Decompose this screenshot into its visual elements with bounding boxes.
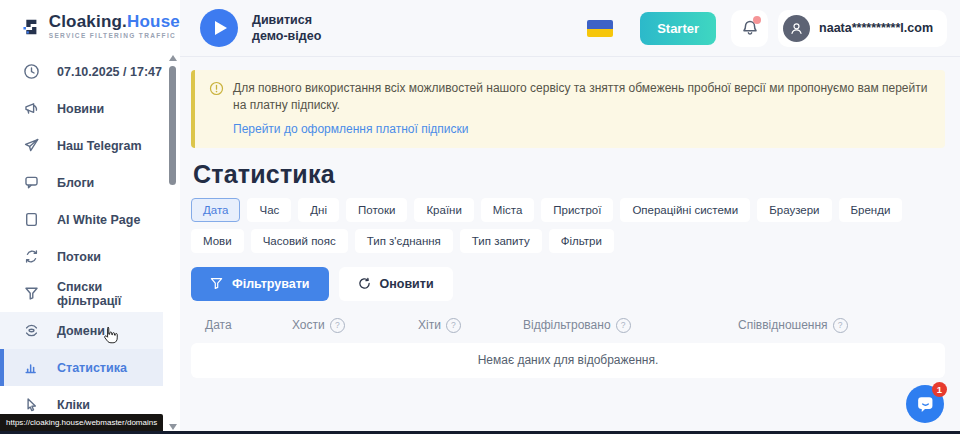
sidebar-item-label: Статистика xyxy=(57,361,127,375)
trial-warning-banner: Для повного використання всіх можливосте… xyxy=(191,70,945,148)
arrows-cycle-icon xyxy=(23,248,40,265)
help-icon[interactable]: ? xyxy=(446,318,461,333)
page-title: Статистика xyxy=(193,160,945,189)
avatar xyxy=(783,15,810,42)
tab-flows[interactable]: Потоки xyxy=(346,198,407,222)
user-account-chip[interactable]: naata**********l.com xyxy=(778,10,947,47)
sidebar: Cloaking.House SERVICE FILTERING TRAFFIC… xyxy=(0,0,180,434)
tab-date[interactable]: Дата xyxy=(191,198,240,222)
scrollbar-down-arrow[interactable] xyxy=(169,424,177,430)
user-email: naata**********l.com xyxy=(819,21,933,35)
column-hits: Хіти ? xyxy=(418,318,523,333)
chat-bubble-icon xyxy=(23,174,40,191)
browser-status-tooltip: https://cloaking.house/webmaster/domains xyxy=(0,414,163,431)
topbar: Дивитися демо-відео Starter naata*******… xyxy=(180,0,960,57)
sidebar-item-domains[interactable]: Домени xyxy=(0,312,163,349)
globe-icon xyxy=(23,322,40,339)
content: Для повного використання всіх можливосте… xyxy=(180,57,960,378)
tab-countries[interactable]: Країни xyxy=(414,198,473,222)
upgrade-subscription-link[interactable]: Перейти до оформлення платної підписки xyxy=(233,122,469,136)
megaphone-icon xyxy=(23,100,40,117)
sidebar-item-label: 07.10.2025 / 17:47 xyxy=(57,65,162,79)
brand-accent: House xyxy=(127,12,180,31)
warning-icon xyxy=(209,81,224,96)
filter-button[interactable]: Фільтрувати xyxy=(191,267,329,301)
plan-starter-button[interactable]: Starter xyxy=(640,12,716,45)
help-icon[interactable]: ? xyxy=(833,318,848,333)
tab-connection-type[interactable]: Тип з'єднання xyxy=(355,229,453,253)
funnel-icon xyxy=(23,285,40,302)
clock-icon xyxy=(23,63,40,80)
language-flag-ukraine[interactable] xyxy=(587,20,613,37)
actions-row: Фільтрувати Оновити xyxy=(191,267,945,301)
notifications-button[interactable] xyxy=(731,10,768,47)
chat-widget-button[interactable]: 1 xyxy=(906,385,944,423)
sidebar-item-filter-lists[interactable]: Списки фільтрації xyxy=(0,275,163,312)
demo-video-label[interactable]: Дивитися демо-відео xyxy=(252,12,321,45)
sidebar-item-label: Наш Telegram xyxy=(57,139,142,153)
tab-browsers[interactable]: Браузери xyxy=(757,198,831,222)
column-date: Дата xyxy=(205,318,292,333)
chat-unread-badge: 1 xyxy=(932,382,947,397)
tab-devices[interactable]: Пристрої xyxy=(541,198,613,222)
help-icon[interactable]: ? xyxy=(616,318,631,333)
sidebar-nav: 07.10.2025 / 17:47 Новини Наш Telegram Б… xyxy=(0,53,163,423)
scrollbar-up-arrow[interactable] xyxy=(169,55,177,61)
document-icon xyxy=(23,211,40,228)
logo[interactable]: Cloaking.House SERVICE FILTERING TRAFFIC xyxy=(0,0,180,53)
demo-video-label-line2: демо-відео xyxy=(252,28,321,44)
brand-primary: Cloaking. xyxy=(49,12,127,31)
column-hosts-label: Хости xyxy=(292,318,325,332)
column-ratio-label: Співвідношення xyxy=(738,318,828,332)
tab-cities[interactable]: Міста xyxy=(481,198,534,222)
scrollbar-thumb[interactable] xyxy=(169,66,176,185)
sidebar-item-label: Домени xyxy=(57,324,105,338)
tab-request-type[interactable]: Тип запиту xyxy=(460,229,542,253)
refresh-button[interactable]: Оновити xyxy=(339,267,453,301)
sidebar-item-statistics[interactable]: Статистика xyxy=(0,349,163,386)
main-area: Дивитися демо-відео Starter naata*******… xyxy=(180,0,960,434)
tab-time[interactable]: Час xyxy=(247,198,291,222)
bar-chart-icon xyxy=(23,359,40,376)
person-icon xyxy=(789,21,804,36)
brand-tagline: SERVICE FILTERING TRAFFIC xyxy=(49,33,180,40)
brand-name: Cloaking.House xyxy=(49,13,180,30)
sidebar-item-label: Потоки xyxy=(57,250,101,264)
column-hits-label: Хіти xyxy=(418,318,441,332)
demo-video-play-button[interactable] xyxy=(200,9,238,47)
sidebar-item-telegram[interactable]: Наш Telegram xyxy=(0,127,163,164)
tab-operating-systems[interactable]: Операційні системи xyxy=(620,198,750,222)
filter-button-label: Фільтрувати xyxy=(232,277,310,291)
sidebar-item-label: Блоги xyxy=(57,176,94,190)
tab-filters[interactable]: Фільтри xyxy=(549,229,614,253)
table-header: Дата Хости ? Хіти ? Відфільтровано ? Спі… xyxy=(191,318,945,333)
column-hosts: Хости ? xyxy=(292,318,418,333)
stats-tabs: Дата Час Дні Потоки Країни Міста Пристро… xyxy=(191,198,945,253)
chat-icon xyxy=(915,394,936,415)
refresh-icon xyxy=(358,277,371,290)
sidebar-item-flows[interactable]: Потоки xyxy=(0,238,163,275)
sidebar-item-news[interactable]: Новини xyxy=(0,90,163,127)
tab-days[interactable]: Дні xyxy=(298,198,339,222)
sidebar-scrollbar[interactable] xyxy=(166,55,179,430)
paper-plane-icon xyxy=(23,137,40,154)
sidebar-item-blogs[interactable]: Блоги xyxy=(0,164,163,201)
demo-video-label-line1: Дивитися xyxy=(252,12,321,28)
column-ratio: Співвідношення ? xyxy=(738,318,945,333)
cursor-icon xyxy=(23,396,40,413)
column-date-label: Дата xyxy=(205,318,232,332)
column-filtered-label: Відфільтровано xyxy=(523,318,611,332)
play-icon xyxy=(200,9,238,47)
empty-state: Немає даних для відображення. xyxy=(191,343,945,378)
sidebar-item-label: Кліки xyxy=(57,398,90,412)
tab-timezone[interactable]: Часовий пояс xyxy=(251,229,348,253)
sidebar-item-label: Новини xyxy=(57,102,104,116)
tab-brands[interactable]: Бренди xyxy=(839,198,903,222)
sidebar-item-ai-white-page[interactable]: AI White Page xyxy=(0,201,163,238)
help-icon[interactable]: ? xyxy=(330,318,345,333)
column-filtered: Відфільтровано ? xyxy=(523,318,738,333)
tab-languages[interactable]: Мови xyxy=(191,229,244,253)
logo-icon xyxy=(22,14,41,40)
sidebar-item-label: AI White Page xyxy=(57,213,140,227)
sidebar-item-datetime: 07.10.2025 / 17:47 xyxy=(0,53,163,90)
